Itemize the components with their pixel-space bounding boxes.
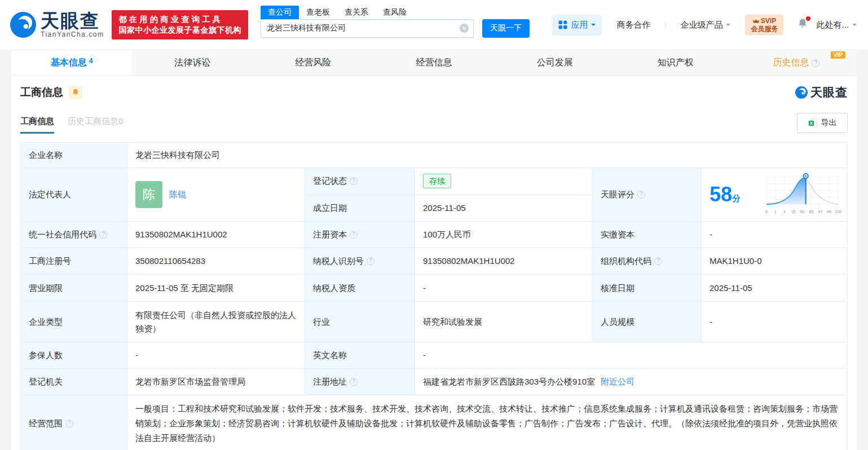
- tianyancha-logo[interactable]: 天眼查 TianYanCha.com: [10, 12, 104, 38]
- tab-legal[interactable]: 法律诉讼: [132, 50, 253, 76]
- taxpayer-id-value: 91350802MAK1H1U002: [415, 248, 593, 274]
- nearby-companies-link[interactable]: 附近公司: [601, 375, 635, 389]
- field-label: 注册地址 ?: [305, 369, 415, 395]
- help-icon[interactable]: ?: [350, 378, 358, 386]
- help-icon[interactable]: ?: [99, 231, 107, 239]
- taxpayer-id-label: 纳税人识别号: [313, 254, 364, 268]
- cooperation-label: 商务合作: [616, 20, 650, 30]
- notification-dot: [806, 16, 810, 21]
- field-label: 经营范围 ?: [21, 395, 127, 450]
- watermark-logo: 天眼查: [795, 85, 848, 100]
- vip-badge: VIP: [831, 51, 845, 59]
- reg-number-value: 350802110654283: [127, 248, 305, 274]
- help-icon[interactable]: ?: [654, 257, 662, 265]
- search-tab-risk[interactable]: 查风险: [376, 6, 414, 19]
- banner-line1: 都在用的商业查询工具: [118, 14, 241, 25]
- search-input[interactable]: [267, 24, 460, 33]
- content-area: 工商信息 天眼查 工商信息 历史工商信息0: [11, 76, 857, 450]
- help-icon[interactable]: ?: [637, 191, 645, 198]
- reg-capital-label: 注册资本: [313, 228, 347, 241]
- company-nav-tabs: 基本信息 4 法律诉讼 经营风险 经营信息 公司发展 知识产权 VIP 历史信息…: [11, 50, 857, 76]
- tab-history-info[interactable]: VIP 历史信息 ?: [736, 50, 857, 76]
- table-row: 营业期限 2025-11-05 至 无固定期限 纳税人资质 - 核准日期 202…: [21, 275, 847, 302]
- field-label: 实缴资本: [593, 222, 702, 248]
- field-label: 英文名称: [305, 342, 415, 368]
- field-label: 工商注册号: [21, 248, 127, 274]
- tab-business-risk[interactable]: 经营风险: [253, 50, 373, 76]
- svip-membership-button[interactable]: SVIP 会员服务: [745, 15, 783, 35]
- help-icon[interactable]: ?: [367, 257, 374, 265]
- reg-authority-value: 龙岩市新罗区市场监督管理局: [127, 369, 305, 395]
- field-label: 纳税人资质: [305, 275, 415, 301]
- chevron-down-icon: [726, 24, 730, 28]
- top-header: 天眼查 TianYanCha.com 都在用的商业查询工具 国家中小企业发展子基…: [0, 0, 868, 50]
- tab-intellectual-property[interactable]: 知识产权: [615, 50, 736, 76]
- help-icon[interactable]: ?: [350, 177, 358, 185]
- eye-logo-icon: [795, 86, 808, 99]
- user-menu[interactable]: 此处有...: [816, 20, 857, 30]
- tab-risk-label: 经营风险: [295, 57, 331, 69]
- export-button[interactable]: X 导出: [797, 113, 848, 133]
- tab-company-development[interactable]: 公司发展: [495, 50, 615, 76]
- field-label: 天眼评分 ?: [593, 168, 702, 221]
- svg-text:X: X: [809, 121, 812, 126]
- export-label: 导出: [821, 118, 837, 128]
- subtab-business-info[interactable]: 工商信息: [20, 116, 54, 134]
- top-nav: 应用 商务合作 企业级产品 SVIP 会员服务: [552, 15, 857, 36]
- nav-item-cooperation[interactable]: 商务合作: [616, 20, 650, 30]
- eye-logo-icon: [10, 12, 36, 38]
- field-label: 人员规模: [593, 302, 702, 342]
- svg-text:3: 3: [783, 210, 786, 214]
- nav-item-enterprise[interactable]: 企业级产品: [680, 20, 730, 30]
- tab-history-label: 历史信息: [773, 57, 809, 69]
- field-label: 登记状态 ?: [305, 168, 415, 195]
- search-tab-company[interactable]: 查公司: [261, 6, 299, 19]
- legal-rep-link[interactable]: 陈锟: [169, 188, 186, 201]
- search-area: 查公司 查老板 查关系 查风险 ✕ 天眼一下: [261, 6, 530, 38]
- company-name-value: 龙岩三快科技有限公司: [127, 143, 847, 167]
- score-value: 58: [710, 183, 732, 206]
- svg-text:100: 100: [835, 210, 841, 214]
- tab-basic-info[interactable]: 基本信息 4: [11, 50, 132, 76]
- notifications-button[interactable]: [797, 18, 808, 32]
- search-button[interactable]: 天眼一下: [482, 19, 530, 38]
- help-icon[interactable]: ?: [65, 420, 73, 427]
- business-info-table: 企业名称 龙岩三快科技有限公司 法定代表人 陈 陈锟 登记状态 ?: [20, 142, 848, 450]
- svip-line1: SVIP: [761, 17, 776, 25]
- table-row: 登记机关 龙岩市新罗区市场监督管理局 注册地址 ? 福建省龙岩市新罗区西陂路30…: [21, 369, 847, 395]
- help-icon[interactable]: ?: [812, 59, 819, 67]
- table-row: 工商注册号 350802110654283 纳税人识别号 ? 91350802M…: [21, 248, 847, 275]
- table-row: 法定代表人 陈 陈锟 登记状态 ? 存续: [21, 168, 847, 222]
- tab-basic-label: 基本信息: [51, 57, 87, 69]
- status-badge: 存续: [423, 174, 451, 188]
- reg-status-cell: 存续: [415, 168, 592, 195]
- search-tab-relation[interactable]: 查关系: [337, 6, 376, 19]
- clear-search-icon[interactable]: ✕: [460, 24, 469, 33]
- excel-icon: X: [808, 118, 817, 127]
- tab-ip-label: 知识产权: [658, 57, 694, 69]
- enterprise-label: 企业级产品: [680, 20, 722, 30]
- page-card: 基本信息 4 法律诉讼 经营风险 经营信息 公司发展 知识产权 VIP 历史信息…: [11, 50, 857, 450]
- help-icon[interactable]: ?: [350, 231, 358, 239]
- insured-count-value: -: [127, 342, 305, 368]
- tab-operation-info[interactable]: 经营信息: [373, 50, 494, 76]
- tab-legal-label: 法律诉讼: [174, 57, 210, 69]
- table-row: 企业名称 龙岩三快科技有限公司: [21, 143, 847, 168]
- brand-name: 天眼查: [41, 12, 104, 30]
- status-date-stack: 登记状态 ? 存续 成立日期 2025-11-05: [305, 168, 593, 221]
- subtab-history-business-info[interactable]: 历史工商信息0: [68, 116, 123, 134]
- company-type-value: 有限责任公司（非自然人投资或控股的法人独资）: [127, 302, 305, 342]
- apps-menu-button[interactable]: 应用: [552, 15, 602, 36]
- watermark-text: 天眼查: [810, 85, 848, 100]
- search-tab-boss[interactable]: 查老板: [299, 6, 337, 19]
- svip-line2: 会员服务: [751, 25, 778, 33]
- business-scope-label: 经营范围: [29, 417, 63, 430]
- apps-label: 应用: [571, 20, 588, 30]
- legal-rep-avatar[interactable]: 陈: [135, 181, 162, 208]
- search-box: ✕: [261, 19, 474, 38]
- reg-address-value: 福建省龙岩市新罗区西陂路303号办公楼910室: [423, 375, 595, 389]
- reg-address-cell: 福建省龙岩市新罗区西陂路303号办公楼910室 附近公司: [415, 369, 847, 395]
- crown-icon: [753, 19, 759, 24]
- monitor-bell-button[interactable]: [69, 86, 82, 99]
- org-code-label: 组织机构代码: [601, 254, 651, 268]
